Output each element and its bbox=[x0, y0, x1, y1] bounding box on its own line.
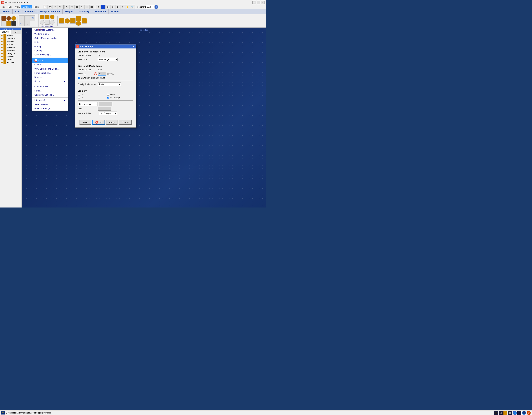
toolbar-tool7[interactable]: ⊟ bbox=[110, 5, 115, 9]
tb2-construct6[interactable] bbox=[50, 20, 55, 25]
apply-button[interactable]: Apply bbox=[106, 120, 118, 125]
tb2-construct2[interactable] bbox=[45, 15, 49, 19]
tab-results[interactable]: Results bbox=[109, 9, 122, 14]
radio-off[interactable] bbox=[78, 97, 80, 99]
menu-colors[interactable]: Colors... bbox=[32, 63, 68, 67]
tb2-construct5[interactable] bbox=[45, 20, 49, 25]
radio-inherit[interactable] bbox=[107, 94, 109, 96]
menu-object-position[interactable]: Object Position Handle... bbox=[32, 36, 68, 40]
reset-button[interactable]: Reset bbox=[79, 120, 91, 125]
new-size-input[interactable] bbox=[98, 72, 106, 75]
tab-plugins[interactable]: Plugins bbox=[63, 9, 76, 14]
tab-simulation[interactable]: Simulation bbox=[92, 9, 108, 14]
toolbar-tool4[interactable]: ⬜ bbox=[84, 5, 89, 9]
menu-view-bg-color[interactable]: View Background Color... bbox=[32, 67, 68, 71]
tb2-person[interactable]: 🚶 bbox=[24, 21, 30, 26]
menu-icons[interactable]: b Icons... bbox=[32, 58, 68, 63]
toolbar-redo[interactable]: ↪ bbox=[58, 5, 62, 9]
toolbar-save[interactable]: 💾 bbox=[48, 5, 53, 9]
tb2-yellow3[interactable] bbox=[70, 18, 76, 24]
tb2-xyz[interactable]: xyz bbox=[19, 21, 24, 26]
menu-coordinate-system[interactable]: Coordinate System... bbox=[32, 28, 68, 32]
tab-browse[interactable]: Browse bbox=[0, 30, 11, 34]
menu-fonts[interactable]: Fonts... bbox=[32, 89, 68, 93]
menu-lighting[interactable]: Lighting... bbox=[32, 48, 68, 53]
tree-connectors[interactable]: ▶Connecto bbox=[0, 37, 21, 40]
toolbar-tool1[interactable]: ⬚ bbox=[69, 5, 74, 9]
menu-interface-style[interactable]: Interface Style ▶ bbox=[32, 98, 68, 102]
menu-file[interactable]: File bbox=[1, 5, 7, 9]
tb2-line[interactable] bbox=[1, 21, 6, 26]
increment-input[interactable] bbox=[146, 5, 154, 9]
menu-command-file[interactable]: Command File... bbox=[32, 84, 68, 89]
tb2-construct4[interactable] bbox=[40, 20, 45, 25]
tb2-construct1[interactable] bbox=[40, 15, 45, 19]
tree-results[interactable]: ▶Results bbox=[0, 58, 21, 61]
toolbar-new[interactable]: 📄 bbox=[43, 5, 48, 9]
toolbar-select[interactable]: ↖ bbox=[65, 5, 69, 9]
tb2-cylinder[interactable] bbox=[6, 16, 11, 21]
menu-restore-settings[interactable]: Restore Settings bbox=[32, 106, 68, 111]
menu-units[interactable]: Units... bbox=[32, 40, 68, 44]
toolbar-hand[interactable]: ✋ bbox=[125, 5, 130, 9]
new-value-select[interactable]: No Change On Off bbox=[98, 58, 118, 61]
toolbar-tool5[interactable]: ⬛ bbox=[89, 5, 94, 9]
menu-save-settings[interactable]: Save Settings bbox=[32, 102, 68, 106]
tb2-yellow4[interactable] bbox=[76, 16, 81, 21]
menu-stereo-viewing[interactable]: Stereo Viewing... bbox=[32, 53, 68, 57]
color-box[interactable] bbox=[98, 107, 111, 111]
toolbar-tool2[interactable]: ⬛ bbox=[75, 5, 79, 9]
name-visibility-select[interactable]: No Change On Off bbox=[99, 111, 117, 115]
menu-working-grid[interactable]: Working Grid... bbox=[32, 32, 68, 36]
tb2-yellow5[interactable] bbox=[76, 21, 81, 26]
tree-measures[interactable]: ▶Measure bbox=[0, 49, 21, 52]
tab-bodies[interactable]: Bodies bbox=[0, 9, 13, 14]
specify-attrs-select[interactable]: Parts Bodies Connectors Forces bbox=[98, 83, 121, 86]
menu-view[interactable]: View bbox=[14, 5, 21, 9]
tb2-construct3[interactable] bbox=[50, 15, 55, 19]
toolbar-zoom[interactable]: 🔍 bbox=[130, 5, 135, 9]
save-default-checkbox[interactable] bbox=[78, 77, 80, 79]
tree-bodies[interactable]: ▶Bodies bbox=[0, 34, 21, 37]
toolbar-target[interactable]: ⊕ bbox=[115, 5, 120, 9]
tb2-sphere[interactable] bbox=[11, 16, 16, 21]
close-button[interactable]: ✕ bbox=[261, 1, 265, 4]
menu-tools[interactable]: Tools bbox=[32, 5, 40, 9]
tab-design-exploration[interactable]: Design Exploration bbox=[37, 9, 62, 14]
tb2-cm[interactable]: CM bbox=[30, 15, 35, 21]
toolbar-blue[interactable] bbox=[101, 5, 105, 9]
menu-edit[interactable]: Edit bbox=[7, 5, 13, 9]
menu-names[interactable]: Names... bbox=[32, 75, 68, 79]
tb2-triangle[interactable] bbox=[6, 21, 11, 26]
tb2-yellow2[interactable] bbox=[65, 18, 70, 24]
cancel-button[interactable]: Cancel bbox=[119, 120, 132, 125]
tree-all-other[interactable]: ▶All Other bbox=[0, 61, 21, 64]
menu-geometry-options[interactable]: Geometry Options... bbox=[32, 93, 68, 97]
minimize-button[interactable]: — bbox=[252, 1, 256, 4]
tree-forces[interactable]: ▶Forces bbox=[0, 43, 21, 46]
tb2-yellow6[interactable] bbox=[82, 18, 87, 24]
radio-on[interactable] bbox=[78, 94, 80, 96]
tb2-point[interactable]: • bbox=[19, 15, 24, 21]
menu-gravity[interactable]: Gravity... bbox=[32, 44, 68, 48]
tb2-yellow1[interactable] bbox=[59, 18, 64, 24]
menu-force-graphics[interactable]: Force Graphics... bbox=[32, 71, 68, 75]
tb2-marker[interactable]: + bbox=[24, 15, 30, 21]
toolbar-gear1[interactable]: ⚙ bbox=[96, 5, 101, 9]
menu-settings[interactable]: Settings bbox=[21, 5, 32, 9]
toolbar-undo[interactable]: ↩ bbox=[53, 5, 57, 9]
tree-design-v[interactable]: ▶Design V bbox=[0, 52, 21, 55]
toolbar-tool8[interactable]: ✦ bbox=[120, 5, 125, 9]
tab-gr[interactable]: Gr bbox=[11, 30, 22, 34]
tree-elements[interactable]: ▶Elements bbox=[0, 46, 21, 49]
toolbar-tool3[interactable]: ◻ bbox=[79, 5, 84, 9]
radio-no-change[interactable] bbox=[107, 97, 109, 99]
help-button[interactable]: ? bbox=[154, 5, 158, 9]
menu-solver[interactable]: Solver ▶ bbox=[32, 79, 68, 83]
tab-connectors[interactable]: Con bbox=[13, 9, 22, 14]
maximize-button[interactable]: □ bbox=[257, 1, 260, 4]
toolbar-tool6[interactable]: ⊞ bbox=[105, 5, 110, 9]
ok-button[interactable]: d OK bbox=[92, 120, 105, 125]
tab-elements[interactable]: Elements bbox=[22, 9, 38, 14]
size-icons-value[interactable] bbox=[99, 102, 112, 106]
